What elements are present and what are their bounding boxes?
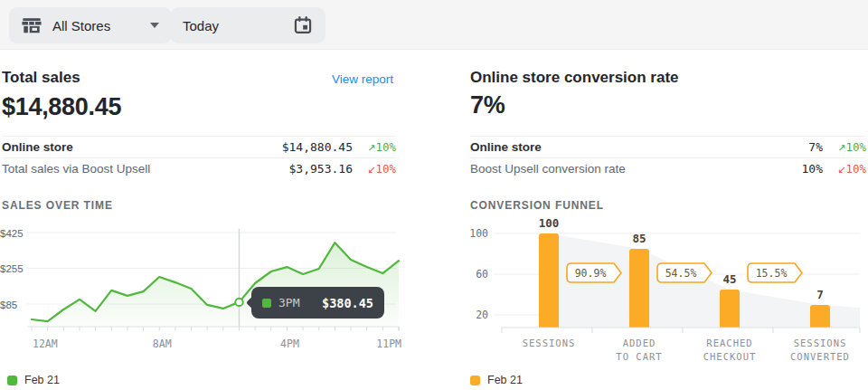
chart-tooltip: 3PM $380.45 <box>251 287 384 319</box>
svg-text:CHECKOUT: CHECKOUT <box>703 351 757 362</box>
metric-label: Boost Upsell conversion rate <box>470 162 802 176</box>
svg-text:$255: $255 <box>0 263 24 274</box>
metric-delta: ↗10% <box>353 140 396 154</box>
svg-text:SESSIONS: SESSIONS <box>523 338 576 348</box>
sales-over-time-heading: SALES OVER TIME <box>2 199 113 212</box>
legend-label: Feb 21 <box>24 374 60 386</box>
metric-row-boost-upsell: Total sales via Boost Upsell $3,953.16 ↙… <box>2 157 396 179</box>
date-selector-label: Today <box>183 18 219 33</box>
total-sales-value: $14,880.45 <box>2 93 121 121</box>
metric-value: $14,880.45 <box>282 140 353 154</box>
conversion-funnel-heading: CONVERSION FUNNEL <box>470 199 604 212</box>
chevron-down-icon <box>150 23 159 28</box>
legend-swatch-green <box>7 376 17 385</box>
svg-text:90.9%: 90.9% <box>575 267 607 280</box>
tooltip-value: $380.45 <box>322 296 373 310</box>
metric-row-online-store-rate: Online store 7% ↗10% <box>470 136 866 157</box>
conversion-rate-value: 7% <box>470 91 505 119</box>
svg-text:100: 100 <box>539 216 560 230</box>
metric-row-online-store: Online store $14,880.45 ↗10% <box>2 136 396 157</box>
metric-row-boost-upsell-rate: Boost Upsell conversion rate 10% ↙10% <box>470 157 866 179</box>
svg-text:TO CART: TO CART <box>616 351 662 362</box>
sales-line-chart[interactable]: $85$255$42512AM8AM4PM11PM <box>0 217 416 355</box>
svg-text:20: 20 <box>476 309 488 321</box>
svg-text:11PM: 11PM <box>376 338 401 350</box>
delta-pct: 10% <box>375 140 396 154</box>
metric-value: 10% <box>802 162 823 176</box>
conversion-metric-rows: Online store 7% ↗10% Boost Upsell conver… <box>470 136 866 179</box>
view-report-link[interactable]: View report <box>332 72 393 86</box>
calendar-icon <box>293 15 313 35</box>
metric-delta: ↗10% <box>823 140 866 154</box>
delta-pct: 10% <box>845 140 866 154</box>
metric-delta: ↙10% <box>353 162 396 176</box>
svg-text:85: 85 <box>632 232 646 245</box>
store-selector-label: All Stores <box>52 18 110 33</box>
svg-text:4PM: 4PM <box>280 338 299 350</box>
metric-label: Online store <box>470 140 808 154</box>
svg-text:$85: $85 <box>0 300 17 310</box>
metric-value: $3,953.16 <box>289 162 353 176</box>
svg-text:54.5%: 54.5% <box>665 267 697 280</box>
svg-text:12AM: 12AM <box>33 338 58 350</box>
svg-text:7: 7 <box>816 288 824 301</box>
sales-legend: Feb 21 <box>7 374 60 386</box>
svg-text:CONVERTED: CONVERTED <box>790 351 850 362</box>
metric-value: 7% <box>808 140 823 154</box>
topbar: All Stores Today <box>0 0 868 50</box>
conversion-rate-title: Online store conversion rate <box>470 69 679 87</box>
total-sales-title: Total sales <box>2 69 80 87</box>
svg-text:8AM: 8AM <box>153 338 172 350</box>
delta-pct: 10% <box>375 162 396 176</box>
svg-text:REACHED: REACHED <box>706 338 752 348</box>
tooltip-time: 3PM <box>278 296 299 309</box>
metric-label: Online store <box>2 140 282 154</box>
funnel-legend: Feb 21 <box>470 374 523 386</box>
svg-text:15.5%: 15.5% <box>756 267 788 280</box>
legend-swatch-orange <box>470 376 480 385</box>
sales-metric-rows: Online store $14,880.45 ↗10% Total sales… <box>2 136 396 179</box>
svg-text:45: 45 <box>722 272 736 286</box>
svg-text:ADDED: ADDED <box>623 338 656 348</box>
svg-text:60: 60 <box>476 268 488 281</box>
metric-delta: ↙10% <box>823 162 866 176</box>
legend-label: Feb 21 <box>487 374 523 386</box>
series-color-swatch <box>262 299 271 308</box>
svg-text:$425: $425 <box>0 228 24 239</box>
svg-text:100: 100 <box>469 227 488 240</box>
date-selector-button[interactable]: Today <box>170 7 326 43</box>
funnel-bar-chart[interactable]: 20601001008545790.9%54.5%15.5%SESSIONSAD… <box>468 214 868 373</box>
store-selector-button[interactable]: All Stores <box>9 7 172 43</box>
store-icon <box>22 15 42 35</box>
delta-pct: 10% <box>845 162 866 176</box>
metric-label: Total sales via Boost Upsell <box>2 162 289 176</box>
svg-text:SESSIONS: SESSIONS <box>794 338 847 348</box>
